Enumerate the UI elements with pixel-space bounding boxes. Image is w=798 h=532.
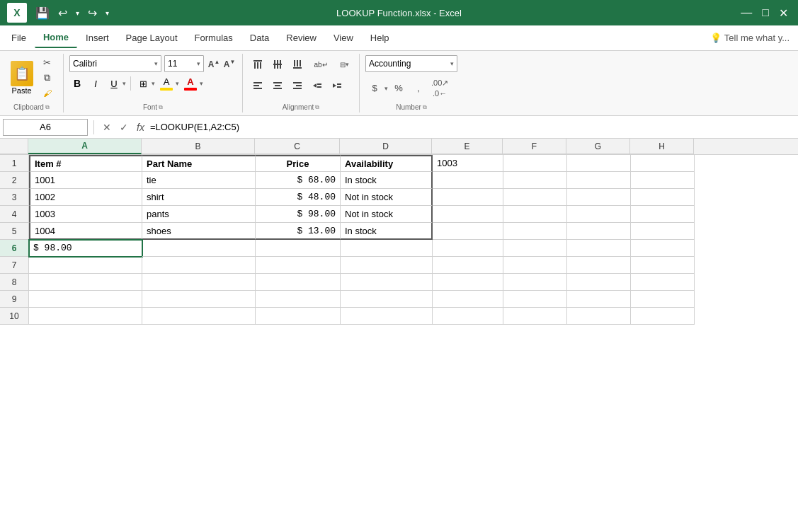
cell-f4[interactable] <box>503 206 567 223</box>
cell-c7[interactable] <box>256 257 341 274</box>
formula-cancel-button[interactable]: ✕ <box>100 120 114 134</box>
cell-b8[interactable] <box>142 274 256 291</box>
border-dropdown[interactable]: ▾ <box>152 80 155 87</box>
merge-cells-button[interactable]: ⊟ ▾ <box>335 55 353 74</box>
cell-h8[interactable] <box>631 274 695 291</box>
col-header-g[interactable]: G <box>566 139 630 154</box>
cell-f10[interactable] <box>503 308 567 325</box>
maximize-button[interactable]: □ <box>759 5 772 21</box>
cell-c9[interactable] <box>256 291 341 308</box>
cell-c2[interactable]: $ 68.00 <box>256 172 341 189</box>
cell-h1[interactable] <box>631 155 695 172</box>
cell-c5[interactable]: $ 13.00 <box>256 223 341 240</box>
formula-enter-button[interactable]: ✓ <box>117 120 131 134</box>
cell-d7[interactable] <box>341 257 433 274</box>
copy-button[interactable]: ⧉ <box>39 71 56 85</box>
cell-a9[interactable] <box>29 291 142 308</box>
cell-f2[interactable] <box>503 172 567 189</box>
accounting-format-button[interactable]: $ <box>365 80 384 97</box>
comma-button[interactable]: , <box>409 80 428 97</box>
cell-f9[interactable] <box>503 291 567 308</box>
cell-a6[interactable]: $ 98.00 <box>29 240 142 257</box>
cell-d8[interactable] <box>341 274 433 291</box>
col-header-d[interactable]: D <box>340 139 432 154</box>
row-header-5[interactable]: 5 <box>0 223 28 240</box>
cell-g10[interactable] <box>567 308 631 325</box>
cell-d1[interactable]: Availability <box>341 155 433 172</box>
cell-c6[interactable] <box>256 240 341 257</box>
align-middle-button[interactable] <box>268 55 287 74</box>
font-color-dropdown[interactable]: ▾ <box>200 80 203 87</box>
cell-e8[interactable] <box>433 274 503 291</box>
cell-a7[interactable] <box>29 257 142 274</box>
wrap-text-button[interactable]: ab↵ <box>308 55 334 74</box>
cell-h7[interactable] <box>631 257 695 274</box>
row-header-7[interactable]: 7 <box>0 257 28 274</box>
cell-c3[interactable]: $ 48.00 <box>256 189 341 206</box>
cell-h5[interactable] <box>631 223 695 240</box>
indent-increase-button[interactable] <box>328 76 346 95</box>
tell-me-search[interactable]: 💡 Tell me what y... <box>710 33 790 43</box>
percent-button[interactable]: % <box>389 80 408 97</box>
cell-g3[interactable] <box>567 189 631 206</box>
undo-button[interactable]: ↩ <box>55 5 70 21</box>
border-button[interactable]: ⊞ <box>135 75 151 92</box>
cell-b3[interactable]: shirt <box>142 189 256 206</box>
menu-review[interactable]: Review <box>278 28 325 47</box>
cell-e6[interactable] <box>433 240 503 257</box>
menu-help[interactable]: Help <box>362 28 398 47</box>
cell-a2[interactable]: 1001 <box>29 172 142 189</box>
cell-d6[interactable] <box>341 240 433 257</box>
paste-button[interactable]: 📋 Paste <box>8 58 36 98</box>
cell-a3[interactable]: 1002 <box>29 189 142 206</box>
cell-d2[interactable]: In stock <box>341 172 433 189</box>
col-header-h[interactable]: H <box>630 139 694 154</box>
row-header-2[interactable]: 2 <box>0 172 28 189</box>
formula-input[interactable] <box>150 122 795 132</box>
row-header-6[interactable]: 6 <box>0 240 28 257</box>
merge-dropdown[interactable]: ▾ <box>346 61 349 68</box>
cell-f8[interactable] <box>503 274 567 291</box>
cell-e2[interactable] <box>433 172 503 189</box>
clipboard-expand-icon[interactable]: ⧉ <box>45 104 50 111</box>
cell-b5[interactable]: shoes <box>142 223 256 240</box>
cell-d5[interactable]: In stock <box>341 223 433 240</box>
cell-e7[interactable] <box>433 257 503 274</box>
align-bottom-button[interactable] <box>288 55 307 74</box>
font-color-button[interactable]: A <box>182 75 199 92</box>
menu-insert[interactable]: Insert <box>77 28 118 47</box>
cell-e1[interactable]: 1003 <box>433 155 503 172</box>
cell-d3[interactable]: Not in stock <box>341 189 433 206</box>
number-format-dropdown[interactable]: Accounting ▾ <box>365 55 457 72</box>
name-box[interactable]: A6 <box>3 119 88 136</box>
align-right-button[interactable] <box>288 76 307 95</box>
cell-h4[interactable] <box>631 206 695 223</box>
font-size-dropdown[interactable]: 11 ▾ <box>164 55 204 72</box>
cell-b9[interactable] <box>142 291 256 308</box>
underline-button[interactable]: U <box>106 75 122 92</box>
cell-f1[interactable] <box>503 155 567 172</box>
minimize-button[interactable]: — <box>738 5 755 21</box>
cell-a8[interactable] <box>29 274 142 291</box>
row-header-10[interactable]: 10 <box>0 308 28 325</box>
align-center-button[interactable] <box>268 76 287 95</box>
cell-h9[interactable] <box>631 291 695 308</box>
col-header-b[interactable]: B <box>142 139 255 154</box>
cell-g8[interactable] <box>567 274 631 291</box>
row-header-8[interactable]: 8 <box>0 274 28 291</box>
cell-d10[interactable] <box>341 308 433 325</box>
indent-decrease-button[interactable] <box>308 76 326 95</box>
col-header-f[interactable]: F <box>503 139 566 154</box>
font-expand-icon[interactable]: ⧉ <box>159 104 163 111</box>
cell-c4[interactable]: $ 98.00 <box>256 206 341 223</box>
cell-e4[interactable] <box>433 206 503 223</box>
font-grow-button[interactable]: A▲ <box>207 55 221 72</box>
cell-a10[interactable] <box>29 308 142 325</box>
cell-f7[interactable] <box>503 257 567 274</box>
menu-formulas[interactable]: Formulas <box>186 28 241 47</box>
cell-h6[interactable] <box>631 240 695 257</box>
cell-c1[interactable]: Price <box>256 155 341 172</box>
align-left-button[interactable] <box>249 76 267 95</box>
cell-g7[interactable] <box>567 257 631 274</box>
cell-b1[interactable]: Part Name <box>142 155 256 172</box>
